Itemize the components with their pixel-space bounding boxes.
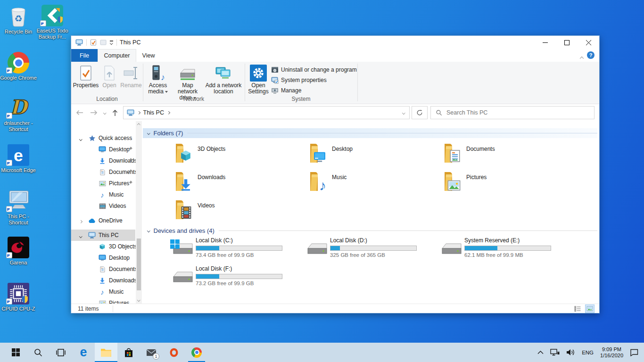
nav-scrollbar-thumb[interactable] bbox=[137, 239, 141, 290]
add-network-location-button[interactable]: Add a network location bbox=[203, 64, 244, 95]
nav-pc-music[interactable]: ♪ Music bbox=[71, 286, 135, 297]
nav-pc-downloads[interactable]: Downloads bbox=[71, 275, 135, 286]
taskbar-store-button[interactable] bbox=[117, 343, 140, 362]
access-media-button[interactable]: ♪ Access media bbox=[145, 64, 171, 95]
taskbar-chrome-button[interactable] bbox=[185, 343, 208, 362]
nav-onedrive[interactable]: OneDrive bbox=[71, 215, 135, 226]
desktop-icon-cpuz[interactable]: CPUID CPU-Z bbox=[0, 280, 37, 312]
drive-tile-d[interactable]: Local Disk (D:) 325 GB free of 365 GB bbox=[305, 237, 437, 263]
minimize-button[interactable] bbox=[534, 36, 556, 49]
collapse-chevron-icon[interactable] bbox=[147, 132, 150, 134]
maximize-button[interactable] bbox=[556, 36, 578, 49]
folder-tile-downloads[interactable]: Downloads bbox=[170, 170, 301, 196]
nav-qa-videos[interactable]: Videos bbox=[71, 200, 135, 212]
nav-pc-pictures[interactable]: Pictures bbox=[71, 297, 135, 304]
nav-quick-access[interactable]: Quick access bbox=[71, 132, 135, 144]
chevron-down-icon[interactable] bbox=[80, 135, 82, 141]
scroll-down-icon[interactable] bbox=[136, 296, 142, 304]
minimize-ribbon-icon[interactable] bbox=[580, 53, 583, 62]
desktop-icon-dnlauncher[interactable]: D dnlauncher - Shortcut bbox=[0, 94, 37, 132]
taskbar-clock[interactable]: 9:09 PM 1/16/2020 bbox=[600, 346, 623, 359]
desktop-icon-this-pc-shortcut[interactable]: This PC - Shortcut bbox=[0, 188, 37, 226]
search-box[interactable] bbox=[430, 106, 594, 119]
chevron-right-icon[interactable] bbox=[80, 217, 82, 224]
nav-pc-documents[interactable]: Documents bbox=[71, 263, 135, 275]
qat-new-folder-icon[interactable] bbox=[100, 39, 107, 46]
close-button[interactable] bbox=[578, 36, 599, 49]
folder-tile-videos[interactable]: Videos bbox=[170, 198, 301, 224]
qat-customize-chevron-icon[interactable] bbox=[110, 41, 113, 44]
folder-tile-desktop[interactable]: Desktop bbox=[305, 142, 436, 167]
up-button[interactable] bbox=[109, 106, 121, 120]
nav-qa-downloads[interactable]: Downloads bbox=[71, 155, 135, 166]
desktop-icon-google-chrome[interactable]: Google Chrome bbox=[0, 49, 37, 81]
nav-qa-documents[interactable]: Documents bbox=[71, 166, 135, 178]
drive-free-space: 73.4 GB free of 99.9 GB bbox=[196, 252, 283, 258]
task-view-button[interactable] bbox=[50, 343, 72, 362]
chevron-down-icon[interactable] bbox=[80, 232, 82, 239]
folder-tile-music[interactable]: ♪ Music bbox=[305, 170, 436, 196]
drive-tile-e[interactable]: System Reserved (E:) 62.1 MB free of 99.… bbox=[439, 237, 571, 263]
start-button[interactable] bbox=[4, 343, 27, 362]
scroll-up-icon[interactable] bbox=[136, 121, 142, 129]
thumbnail-view-button[interactable] bbox=[585, 304, 594, 313]
folder-tile-3d-objects[interactable]: 3D Objects bbox=[170, 142, 301, 167]
nav-qa-desktop[interactable]: Desktop bbox=[71, 144, 135, 155]
tab-view[interactable]: View bbox=[136, 49, 161, 62]
tab-file[interactable]: File bbox=[71, 49, 98, 62]
manage-button[interactable]: Manage bbox=[271, 85, 301, 95]
taskbar-office-button[interactable] bbox=[163, 343, 185, 362]
taskbar-edge-button[interactable]: e bbox=[72, 343, 95, 362]
volume-icon[interactable] bbox=[566, 349, 575, 356]
manage-icon bbox=[271, 87, 279, 94]
folders-group-header[interactable]: Folders (7) bbox=[143, 128, 597, 138]
svg-text:♻: ♻ bbox=[14, 14, 22, 24]
nav-qa-pictures[interactable]: Pictures bbox=[71, 178, 135, 189]
help-icon[interactable]: ? bbox=[587, 51, 594, 59]
folder-tile-documents[interactable]: Documents bbox=[439, 142, 570, 167]
nav-scrollbar[interactable] bbox=[136, 121, 142, 304]
devices-group-header[interactable]: Devices and drives (4) bbox=[143, 226, 597, 236]
system-properties-button[interactable]: System properties bbox=[271, 75, 327, 85]
nav-qa-music[interactable]: ♪ Music bbox=[71, 189, 135, 200]
breadcrumb[interactable]: This PC bbox=[123, 106, 410, 119]
recent-locations-chevron-icon[interactable] bbox=[100, 106, 109, 120]
collapse-chevron-icon[interactable] bbox=[147, 229, 150, 232]
breadcrumb-this-pc[interactable]: This PC bbox=[143, 109, 164, 116]
details-view-button[interactable] bbox=[573, 304, 582, 313]
uninstall-program-button[interactable]: Uninstall or change a program bbox=[271, 65, 357, 74]
breadcrumb-chevron-icon[interactable] bbox=[167, 111, 170, 114]
address-dropdown-chevron-icon[interactable] bbox=[398, 107, 409, 119]
refresh-button[interactable] bbox=[412, 106, 428, 119]
back-button[interactable] bbox=[73, 106, 86, 120]
language-indicator[interactable]: ENG bbox=[582, 350, 594, 355]
nav-pc-3d-objects[interactable]: 3D Objects bbox=[71, 241, 135, 252]
action-center-icon[interactable] bbox=[630, 349, 638, 356]
desktop-icon-label: CPUID CPU-Z bbox=[0, 306, 37, 312]
access-media-icon: ♪ bbox=[151, 65, 165, 82]
desktop-icon-easeus[interactable]: EaseUS Todo Backup Fr... bbox=[34, 2, 71, 40]
properties-button[interactable]: Properties bbox=[74, 64, 98, 89]
pin-icon bbox=[128, 146, 132, 153]
network-icon[interactable] bbox=[550, 349, 560, 356]
folder-icon bbox=[305, 142, 327, 165]
folder-tile-pictures[interactable]: Pictures bbox=[439, 170, 570, 196]
search-input[interactable] bbox=[446, 109, 578, 116]
drive-tile-f[interactable]: Local Disk (F:) 73.2 GB free of 99.9 GB bbox=[170, 265, 302, 292]
open-settings-button[interactable]: Open Settings bbox=[248, 64, 269, 95]
tab-computer[interactable]: Computer bbox=[98, 49, 136, 62]
desktop: ♻ Recycle Bin EaseUS Todo Backup Fr... G… bbox=[0, 0, 644, 362]
taskbar-file-explorer-button[interactable] bbox=[95, 343, 117, 362]
show-hidden-icons-chevron[interactable] bbox=[537, 350, 544, 354]
taskbar-search-button[interactable] bbox=[27, 343, 50, 362]
taskbar-mail-button[interactable]: 1 bbox=[140, 343, 163, 362]
drive-tile-c[interactable]: Local Disk (C:) 73.4 GB free of 99.9 GB bbox=[170, 237, 302, 263]
desktop-icon-recycle-bin[interactable]: ♻ Recycle Bin bbox=[0, 3, 37, 35]
desktop-icon-garena[interactable]: Garena bbox=[0, 234, 37, 266]
desktop-icon-microsoft-edge[interactable]: e Microsoft Edge bbox=[0, 141, 37, 173]
nav-this-pc[interactable]: This PC bbox=[71, 230, 135, 241]
qat-properties-icon[interactable] bbox=[90, 39, 97, 46]
nav-pc-desktop[interactable]: Desktop bbox=[71, 252, 135, 263]
titlebar[interactable]: This PC bbox=[71, 36, 599, 49]
forward-button[interactable] bbox=[87, 106, 100, 120]
